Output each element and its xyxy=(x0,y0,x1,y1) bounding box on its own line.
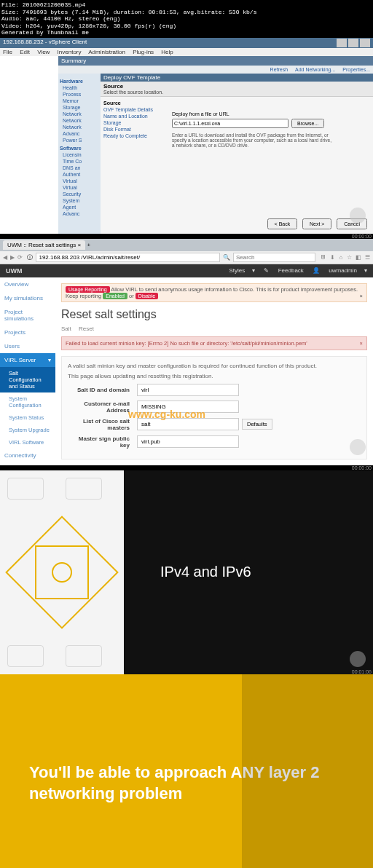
sw-item[interactable]: Virtual xyxy=(60,178,99,184)
forward-icon[interactable]: ▶ xyxy=(10,254,15,261)
hw-item[interactable]: Memor xyxy=(60,98,99,104)
hw-item[interactable]: Process xyxy=(60,91,99,98)
watermark-text: www.cg-ku.com xyxy=(128,409,205,420)
sw-item[interactable]: Agent xyxy=(60,204,99,210)
wizard-nav: Source OVF Template Details Name and Loc… xyxy=(101,97,166,154)
browser-tab[interactable]: UWM :: Reset salt settings × xyxy=(3,240,85,250)
error-close-icon[interactable]: × xyxy=(360,340,363,347)
sidebar-item-projsim[interactable]: Project simulations xyxy=(0,305,55,326)
hw-item[interactable]: Health xyxy=(60,84,99,91)
url-input[interactable] xyxy=(36,253,220,262)
sidebar-sub-virlsw[interactable]: VIRL Software xyxy=(0,436,55,449)
minimize-icon[interactable] xyxy=(337,39,347,47)
browse-button[interactable]: Browse... xyxy=(291,119,324,128)
menu-view[interactable]: View xyxy=(37,49,50,55)
sidebar-item-users[interactable]: Users xyxy=(0,339,55,353)
ovf-path-input[interactable] xyxy=(172,119,288,128)
sidebar-item-overview[interactable]: Overview xyxy=(0,277,55,291)
slide-headline: You'll be able to approach ANY layer 2 n… xyxy=(29,762,344,804)
add-networking-link[interactable]: Add Networking... xyxy=(295,67,335,72)
sw-item[interactable]: Authent xyxy=(60,171,99,178)
disable-badge[interactable]: Disable xyxy=(136,293,158,299)
hw-item[interactable]: Advanc xyxy=(60,130,99,137)
close-icon[interactable] xyxy=(360,39,370,47)
sidebar-item-mysim[interactable]: My simulations xyxy=(0,291,55,305)
sidebar-sub-sysconf[interactable]: System Configuration xyxy=(0,392,55,411)
pocket-icon[interactable]: ◧ xyxy=(356,254,361,261)
sidebar-item-virl[interactable]: VIRL Server▾ xyxy=(0,353,55,367)
alert-close-icon[interactable]: × xyxy=(360,293,363,299)
home-icon[interactable]: ⌂ xyxy=(339,254,342,261)
enabled-badge[interactable]: Enabled xyxy=(103,293,127,299)
timestamp: 00:01:06 xyxy=(352,669,372,674)
sw-item[interactable]: Security xyxy=(60,191,99,197)
menu-edit[interactable]: Edit xyxy=(20,49,30,55)
menu-file[interactable]: File xyxy=(3,49,12,55)
sidebar-sub-salt[interactable]: Salt Configuration and Status xyxy=(0,367,55,392)
refresh-link[interactable]: Refresh xyxy=(270,67,288,72)
host-config-sidebar: Hardware Health Process Memor Storage Ne… xyxy=(58,74,101,234)
next-button[interactable]: Next > xyxy=(302,218,331,229)
properties-link[interactable]: Properties... xyxy=(342,67,370,72)
slide-decoration xyxy=(0,470,124,674)
wizard-heading: Source xyxy=(103,83,370,90)
tab-close-icon[interactable]: × xyxy=(77,242,81,248)
uwm-logo[interactable]: UWM xyxy=(6,267,23,275)
star-icon[interactable]: ☆ xyxy=(347,254,352,261)
search-input[interactable] xyxy=(233,253,315,262)
sidebar-item-projects[interactable]: Projects xyxy=(0,326,55,339)
hw-item[interactable]: Network xyxy=(60,124,99,130)
wiz-step-disk[interactable]: Disk Format xyxy=(103,126,163,133)
menu-plugins[interactable]: Plug-ins xyxy=(133,49,154,55)
meta-gen: Generated by Thumbnail me xyxy=(1,29,372,36)
play-icon[interactable] xyxy=(350,208,366,224)
play-icon[interactable] xyxy=(350,651,366,667)
sw-item[interactable]: Time Co xyxy=(60,158,99,165)
hw-item[interactable]: Network xyxy=(60,111,99,117)
styles-menu[interactable]: Styles▾ xyxy=(221,267,255,274)
crumb-salt[interactable]: Salt xyxy=(61,326,71,332)
wiz-step-storage[interactable]: Storage xyxy=(103,119,163,126)
hw-item[interactable]: Power S xyxy=(60,137,99,143)
wiz-step-source[interactable]: Source xyxy=(103,100,163,106)
sidebar-sub-sysup[interactable]: System Upgrade xyxy=(0,424,55,436)
hw-item[interactable]: Network xyxy=(60,117,99,124)
maximize-icon[interactable] xyxy=(348,39,358,47)
back-button[interactable]: < Back xyxy=(267,218,298,229)
menu-inventory[interactable]: Inventory xyxy=(58,49,82,55)
sidebar-item-conn[interactable]: Connectivity xyxy=(0,449,55,462)
hw-item[interactable]: Storage xyxy=(60,104,99,111)
hardware-heading: Hardware xyxy=(60,79,99,84)
vsphere-tree[interactable] xyxy=(0,56,58,234)
play-icon[interactable] xyxy=(350,439,366,455)
menu-help[interactable]: Help xyxy=(161,49,173,55)
sw-item[interactable]: System xyxy=(60,197,99,204)
masters-input[interactable] xyxy=(137,418,239,430)
shield-icon[interactable]: ⛨ xyxy=(321,254,326,261)
sidebar-sub-sysstat[interactable]: System Status xyxy=(0,411,55,424)
menu-icon[interactable]: ☰ xyxy=(365,254,370,261)
sw-item[interactable]: DNS an xyxy=(60,165,99,171)
chevron-down-icon: ▾ xyxy=(48,357,51,363)
crumb-reset[interactable]: Reset xyxy=(79,326,94,332)
user-menu[interactable]: 👤 uwmadmin▾ xyxy=(313,267,367,274)
sw-item[interactable]: Licensin xyxy=(60,151,99,158)
feedback-link[interactable]: ✎ Feedback xyxy=(264,267,303,274)
wiz-step-ready[interactable]: Ready to Complete xyxy=(103,133,163,139)
sw-item[interactable]: Advanc xyxy=(60,210,99,217)
wiz-step-name[interactable]: Name and Location xyxy=(103,113,163,119)
search-icon: 🔍 xyxy=(223,254,230,261)
pubkey-input[interactable] xyxy=(137,435,239,448)
defaults-button[interactable]: Defaults xyxy=(242,419,272,430)
menu-admin[interactable]: Administration xyxy=(88,49,125,55)
salt-id-input[interactable] xyxy=(137,384,239,396)
reload-icon[interactable]: ⟳ xyxy=(17,254,23,261)
sw-item[interactable]: Virtual xyxy=(60,184,99,191)
info-icon[interactable]: ⓘ xyxy=(27,253,33,261)
tab-summary[interactable]: Summary xyxy=(61,58,86,64)
new-tab-button[interactable]: + xyxy=(87,242,90,248)
back-icon[interactable]: ◀ xyxy=(3,254,7,261)
wiz-step-details[interactable]: OVF Template Details xyxy=(103,106,163,113)
download-icon[interactable]: ⬇ xyxy=(330,254,335,261)
wizard-titlebar: Deploy OVF Template xyxy=(101,74,373,82)
